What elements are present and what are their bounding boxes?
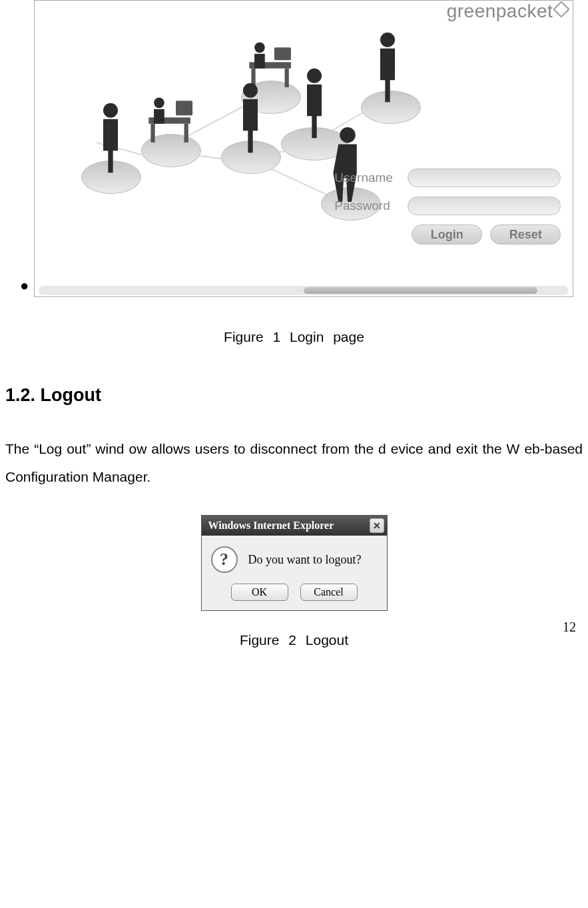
- svg-rect-4: [176, 101, 192, 115]
- svg-rect-9: [285, 69, 289, 87]
- figure-2-caption: Figure 2 Logout: [0, 632, 588, 648]
- svg-rect-12: [254, 54, 265, 69]
- login-page-screenshot: greenpacket: [34, 0, 573, 297]
- password-input[interactable]: [408, 197, 561, 215]
- svg-point-11: [254, 43, 265, 53]
- svg-rect-10: [274, 47, 291, 60]
- username-input[interactable]: [408, 169, 561, 187]
- svg-rect-2: [151, 124, 155, 143]
- ok-button[interactable]: OK: [231, 584, 288, 601]
- brand-icon: [553, 1, 570, 17]
- brand-text: greenpacket: [447, 1, 553, 22]
- close-icon[interactable]: ✕: [370, 518, 384, 533]
- logout-dialog: Windows Internet Explorer ✕ ? Do you wan…: [201, 515, 388, 611]
- password-label: Password: [334, 199, 408, 213]
- section-heading-logout: 1.2. Logout: [5, 385, 588, 406]
- svg-point-16: [380, 33, 395, 47]
- section-body-text: The “Log out” wind ow allows users to di…: [5, 435, 583, 491]
- svg-point-14: [307, 69, 322, 83]
- dialog-message: Do you want to logout?: [248, 553, 362, 567]
- login-button[interactable]: Login: [412, 225, 482, 244]
- dialog-title-text: Windows Internet Explorer: [208, 520, 334, 532]
- bullet-point: ●: [20, 278, 29, 293]
- svg-rect-3: [184, 124, 188, 143]
- cancel-button[interactable]: Cancel: [300, 584, 358, 601]
- svg-point-5: [154, 98, 164, 109]
- svg-point-13: [243, 83, 258, 98]
- question-icon: ?: [211, 546, 238, 573]
- username-label: Username: [334, 171, 408, 185]
- reset-button[interactable]: Reset: [490, 225, 561, 244]
- svg-rect-6: [154, 109, 164, 124]
- page-number: 12: [563, 620, 576, 635]
- svg-point-15: [340, 127, 356, 143]
- horizontal-scrollbar[interactable]: [39, 286, 569, 295]
- brand-logo: greenpacket: [447, 1, 568, 22]
- login-form: Username Password Login Reset: [334, 169, 561, 244]
- figure-1-caption: Figure 1 Login page: [0, 329, 588, 345]
- svg-point-0: [103, 103, 118, 118]
